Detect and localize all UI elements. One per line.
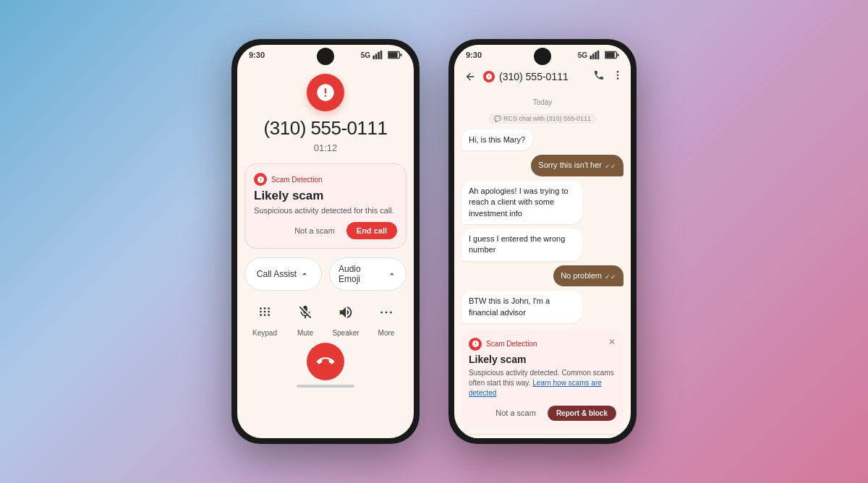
more-button[interactable]: More bbox=[372, 298, 401, 337]
message-2: Sorry this isn't her ✓✓ bbox=[531, 155, 624, 176]
speaker-label: Speaker bbox=[332, 329, 359, 337]
header-phone-number: (310) 555-0111 bbox=[499, 71, 589, 82]
messages-header: (310) 555-0111 bbox=[454, 62, 631, 91]
scam-icon-small-1 bbox=[254, 173, 267, 186]
status-time-1: 9:30 bbox=[249, 51, 265, 59]
scam-detection-card-1: Scam Detection Likely scam Suspicious ac… bbox=[244, 163, 407, 249]
svg-rect-21 bbox=[595, 52, 597, 59]
scam-detection-label-1: Scam Detection bbox=[271, 176, 323, 184]
volume-icon bbox=[338, 304, 354, 320]
network-type-1: 5G bbox=[361, 51, 370, 59]
header-warning-dot bbox=[483, 71, 495, 82]
scam-description-1: Suspicious activity detected for this ca… bbox=[254, 206, 397, 215]
message-1: Hi, is this Mary? bbox=[461, 129, 532, 150]
svg-rect-1 bbox=[375, 54, 378, 59]
signal-icon-1 bbox=[373, 51, 386, 59]
scam-title-1: Likely scam bbox=[254, 189, 397, 203]
keypad-label: Keypad bbox=[252, 329, 277, 337]
not-scam-button-2[interactable]: Not a scam bbox=[490, 406, 542, 420]
mute-icon bbox=[291, 298, 320, 327]
call-phone-number: (310) 555-0111 bbox=[264, 117, 388, 140]
assist-row: Call Assist Audio Emoji bbox=[244, 257, 407, 291]
keypad-button[interactable]: Keypad bbox=[250, 298, 279, 337]
call-button-header[interactable] bbox=[593, 69, 605, 84]
warning-icon-small-1 bbox=[257, 176, 265, 184]
mic-off-icon bbox=[297, 304, 313, 320]
scam-detection-card-2: Scam Detection ✕ Likely scam Suspicious … bbox=[461, 330, 624, 428]
phone-2: 9:30 5G bbox=[448, 39, 637, 444]
warning-icon-small-2 bbox=[472, 340, 480, 348]
rcs-label: 💬 RCS chat with (310) 555-0111 bbox=[488, 114, 597, 124]
svg-rect-22 bbox=[597, 51, 600, 59]
phone-1: 9:30 5G bbox=[231, 39, 420, 444]
messages-screen: 9:30 5G bbox=[454, 45, 631, 438]
svg-point-10 bbox=[260, 311, 262, 313]
svg-point-8 bbox=[264, 307, 266, 309]
end-call-button-card[interactable]: End call bbox=[346, 222, 397, 239]
report-block-button[interactable]: Report & block bbox=[548, 406, 616, 421]
more-label: More bbox=[378, 329, 395, 337]
svg-point-7 bbox=[260, 307, 262, 309]
svg-point-28 bbox=[617, 77, 619, 80]
svg-rect-2 bbox=[378, 52, 380, 59]
svg-point-12 bbox=[268, 311, 270, 313]
svg-point-17 bbox=[386, 312, 388, 314]
signal-icon-2 bbox=[590, 51, 603, 59]
svg-rect-25 bbox=[617, 54, 618, 56]
speaker-button[interactable]: Speaker bbox=[331, 298, 360, 337]
audio-emoji-label: Audio Emoji bbox=[339, 264, 384, 284]
svg-rect-20 bbox=[592, 54, 595, 59]
message-check-2: ✓✓ bbox=[605, 273, 616, 282]
more-icon bbox=[372, 298, 401, 327]
keypad-row: Keypad Mute Speake bbox=[244, 298, 407, 337]
home-indicator-1 bbox=[297, 385, 354, 388]
message-5: No problem ✓✓ bbox=[553, 265, 624, 286]
speaker-icon bbox=[331, 298, 360, 327]
mute-button[interactable]: Mute bbox=[291, 298, 320, 337]
scam-close-button[interactable]: ✕ bbox=[606, 336, 618, 348]
svg-point-13 bbox=[260, 314, 262, 316]
scam-icon-small-2 bbox=[469, 338, 482, 351]
svg-point-16 bbox=[380, 312, 383, 314]
svg-rect-5 bbox=[388, 52, 398, 57]
svg-rect-3 bbox=[380, 51, 383, 59]
more-options-header[interactable] bbox=[612, 69, 624, 84]
date-label: Today bbox=[461, 98, 624, 106]
phone-hang-up-icon bbox=[313, 349, 338, 374]
mute-label: Mute bbox=[297, 329, 313, 337]
exclamation-icon bbox=[315, 82, 336, 103]
scam-detection-label-2: Scam Detection bbox=[486, 340, 537, 348]
header-exclamation-icon bbox=[485, 73, 493, 80]
back-arrow-icon bbox=[464, 71, 476, 82]
not-scam-button-1[interactable]: Not a scam bbox=[289, 223, 341, 238]
svg-rect-19 bbox=[590, 56, 592, 59]
audio-emoji-pill[interactable]: Audio Emoji bbox=[329, 257, 407, 291]
message-4: I guess I entered the wrong number bbox=[461, 228, 583, 261]
dialpad-icon bbox=[257, 304, 273, 320]
keypad-icon bbox=[250, 298, 279, 327]
call-warning-icon bbox=[307, 74, 344, 111]
svg-point-14 bbox=[264, 314, 266, 316]
more-vert-icon bbox=[378, 304, 394, 320]
camera-notch-1 bbox=[317, 48, 334, 65]
call-assist-pill[interactable]: Call Assist bbox=[244, 257, 322, 291]
svg-rect-24 bbox=[605, 52, 615, 57]
scam-card-header-1: Scam Detection bbox=[254, 173, 397, 186]
back-button[interactable] bbox=[461, 68, 479, 85]
status-icons-1: 5G bbox=[361, 51, 402, 59]
svg-rect-6 bbox=[400, 54, 401, 56]
scam-actions-1: Not a scam End call bbox=[254, 222, 397, 239]
chevron-up-icon-2 bbox=[387, 269, 397, 279]
network-type-2: 5G bbox=[578, 51, 587, 59]
scam-description-2: Suspicious activity detected. Common sca… bbox=[469, 368, 616, 398]
svg-point-18 bbox=[390, 312, 392, 314]
svg-rect-0 bbox=[373, 56, 375, 59]
end-call-button[interactable] bbox=[307, 343, 344, 380]
phone-call-icon bbox=[593, 69, 605, 81]
svg-point-9 bbox=[268, 307, 270, 309]
status-time-2: 9:30 bbox=[466, 51, 482, 59]
scam-title-2: Likely scam bbox=[469, 354, 616, 365]
scam-card-2-actions: Not a scam Report & block bbox=[469, 406, 616, 421]
message-check-1: ✓✓ bbox=[605, 162, 616, 171]
status-bar-1: 9:30 5G bbox=[237, 45, 414, 62]
